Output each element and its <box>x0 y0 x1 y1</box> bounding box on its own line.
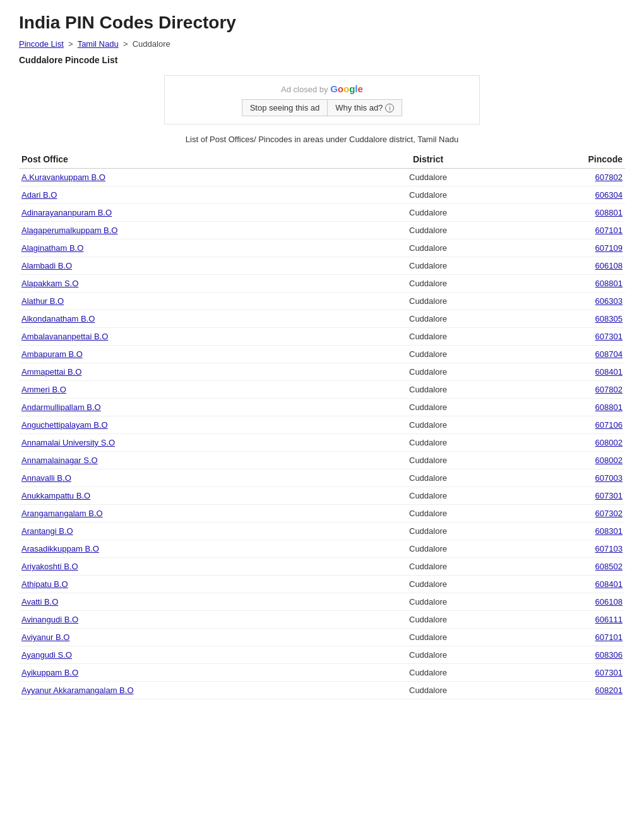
pincode-cell: 607101 <box>504 222 625 239</box>
table-row: Avatti B.OCuddalore606108 <box>19 593 625 611</box>
pincode-link[interactable]: 606304 <box>595 190 623 200</box>
post-office-link[interactable]: Ammapettai B.O <box>21 367 81 377</box>
post-office-cell: Alathur B.O <box>19 293 352 310</box>
table-row: Alkondanatham B.OCuddalore608305 <box>19 310 625 328</box>
post-office-link[interactable]: Alathur B.O <box>21 296 64 306</box>
pincode-cell: 607106 <box>504 416 625 434</box>
table-row: Annamalai University S.OCuddalore608002 <box>19 434 625 452</box>
why-this-ad-button[interactable]: Why this ad? i <box>327 99 402 116</box>
pincode-link[interactable]: 608002 <box>595 456 623 465</box>
table-row: Ariyakoshti B.OCuddalore608502 <box>19 558 625 576</box>
post-office-link[interactable]: Ambalavananpettai B.O <box>21 332 108 341</box>
post-office-link[interactable]: Arasadikkuppam B.O <box>21 544 99 553</box>
post-office-link[interactable]: Annamalainagar S.O <box>21 456 98 465</box>
pincode-cell: 606303 <box>504 293 625 310</box>
post-office-link[interactable]: Athipatu B.O <box>21 579 68 589</box>
pincode-cell: 608502 <box>504 558 625 576</box>
post-office-link[interactable]: Alagaperumalkuppam B.O <box>21 226 117 235</box>
post-office-link[interactable]: Alambadi B.O <box>21 261 72 270</box>
pincode-link[interactable]: 607101 <box>595 226 623 235</box>
table-row: Alambadi B.OCuddalore606108 <box>19 257 625 275</box>
pincode-link[interactable]: 608301 <box>595 526 623 536</box>
district-cell: Cuddalore <box>352 629 504 646</box>
post-office-link[interactable]: Adari B.O <box>21 190 57 200</box>
post-office-link[interactable]: Arangamangalam B.O <box>21 509 103 518</box>
pincode-cell: 607003 <box>504 469 625 487</box>
post-office-cell: Adinarayananpuram B.O <box>19 204 352 222</box>
post-office-cell: Avinangudi B.O <box>19 611 352 629</box>
pincode-link[interactable]: 607301 <box>595 668 623 677</box>
pincode-cell: 608201 <box>504 682 625 699</box>
pincode-link[interactable]: 608002 <box>595 438 623 447</box>
pincode-link[interactable]: 606108 <box>595 597 623 607</box>
table-row: Ambapuram B.OCuddalore608704 <box>19 346 625 363</box>
pincode-link[interactable]: 607109 <box>595 243 623 253</box>
pincode-cell: 608305 <box>504 310 625 328</box>
post-office-cell: Avatti B.O <box>19 593 352 611</box>
pincode-link[interactable]: 608305 <box>595 314 623 323</box>
post-office-cell: Arasadikkuppam B.O <box>19 540 352 558</box>
pincode-link[interactable]: 606108 <box>595 261 623 270</box>
post-office-link[interactable]: Anguchettipalayam B.O <box>21 420 108 430</box>
pincode-link[interactable]: 607003 <box>595 473 623 483</box>
pincode-link[interactable]: 608801 <box>595 208 623 217</box>
stop-seeing-ad-button[interactable]: Stop seeing this ad <box>242 99 328 116</box>
pincode-link[interactable]: 608401 <box>595 579 623 589</box>
pincode-link[interactable]: 607301 <box>595 332 623 341</box>
pincode-link[interactable]: 608801 <box>595 402 623 412</box>
pincode-cell: 608401 <box>504 363 625 381</box>
post-office-cell: Ambalavananpettai B.O <box>19 328 352 346</box>
post-office-link[interactable]: Ayyanur Akkaramangalam B.O <box>21 686 134 695</box>
pincode-link[interactable]: 606111 <box>595 615 623 624</box>
post-office-link[interactable]: A.Kuravankuppam B.O <box>21 172 105 182</box>
pincode-cell: 607301 <box>504 487 625 505</box>
pincode-link[interactable]: 606303 <box>595 296 623 306</box>
post-office-link[interactable]: Anukkampattu B.O <box>21 491 90 500</box>
pincode-cell: 607101 <box>504 629 625 646</box>
pincode-link[interactable]: 607302 <box>595 509 623 518</box>
district-cell: Cuddalore <box>352 328 504 346</box>
post-office-link[interactable]: Avatti B.O <box>21 597 58 607</box>
pincode-link[interactable]: 608704 <box>595 349 623 359</box>
post-office-link[interactable]: Annavalli B.O <box>21 473 71 483</box>
post-office-cell: Ammeri B.O <box>19 381 352 399</box>
post-office-link[interactable]: Ayangudi S.O <box>21 650 72 660</box>
post-office-link[interactable]: Ariyakoshti B.O <box>21 562 78 571</box>
post-office-link[interactable]: Arantangi B.O <box>21 526 73 536</box>
post-office-cell: Annamalainagar S.O <box>19 452 352 469</box>
pincode-link[interactable]: 607106 <box>595 420 623 430</box>
pincode-cell: 606108 <box>504 257 625 275</box>
pincode-table: Post Office District Pincode A.Kuravanku… <box>19 150 625 699</box>
post-office-cell: Adari B.O <box>19 186 352 204</box>
pincode-link[interactable]: 607101 <box>595 632 623 642</box>
pincode-cell: 608002 <box>504 434 625 452</box>
post-office-link[interactable]: Alapakkam S.O <box>21 279 78 288</box>
pincode-link[interactable]: 608801 <box>595 279 623 288</box>
post-office-link[interactable]: Ammeri B.O <box>21 385 66 394</box>
pincode-cell: 608002 <box>504 452 625 469</box>
pincode-link[interactable]: 607802 <box>595 172 623 182</box>
post-office-link[interactable]: Ayikuppam B.O <box>21 668 78 677</box>
pincode-link[interactable]: 607301 <box>595 491 623 500</box>
post-office-link[interactable]: Andarmullipallam B.O <box>21 402 101 412</box>
district-cell: Cuddalore <box>352 239 504 257</box>
post-office-link[interactable]: Adinarayananpuram B.O <box>21 208 112 217</box>
pincode-cell: 608704 <box>504 346 625 363</box>
post-office-link[interactable]: Avinangudi B.O <box>21 615 78 624</box>
pincode-link[interactable]: 608502 <box>595 562 623 571</box>
pincode-link[interactable]: 608201 <box>595 686 623 695</box>
breadcrumb-tamil-nadu[interactable]: Tamil Nadu <box>78 39 119 49</box>
post-office-link[interactable]: Annamalai University S.O <box>21 438 115 447</box>
pincode-link[interactable]: 607802 <box>595 385 623 394</box>
pincode-link[interactable]: 608401 <box>595 367 623 377</box>
breadcrumb-pincode-list[interactable]: Pincode List <box>19 39 64 49</box>
post-office-link[interactable]: Alaginatham B.O <box>21 243 83 253</box>
district-cell: Cuddalore <box>352 186 504 204</box>
district-cell: Cuddalore <box>352 257 504 275</box>
post-office-link[interactable]: Aviyanur B.O <box>21 632 69 642</box>
post-office-link[interactable]: Ambapuram B.O <box>21 349 83 359</box>
table-row: Alaginatham B.OCuddalore607109 <box>19 239 625 257</box>
pincode-link[interactable]: 607103 <box>595 544 623 553</box>
post-office-link[interactable]: Alkondanatham B.O <box>21 314 95 323</box>
pincode-link[interactable]: 608306 <box>595 650 623 660</box>
